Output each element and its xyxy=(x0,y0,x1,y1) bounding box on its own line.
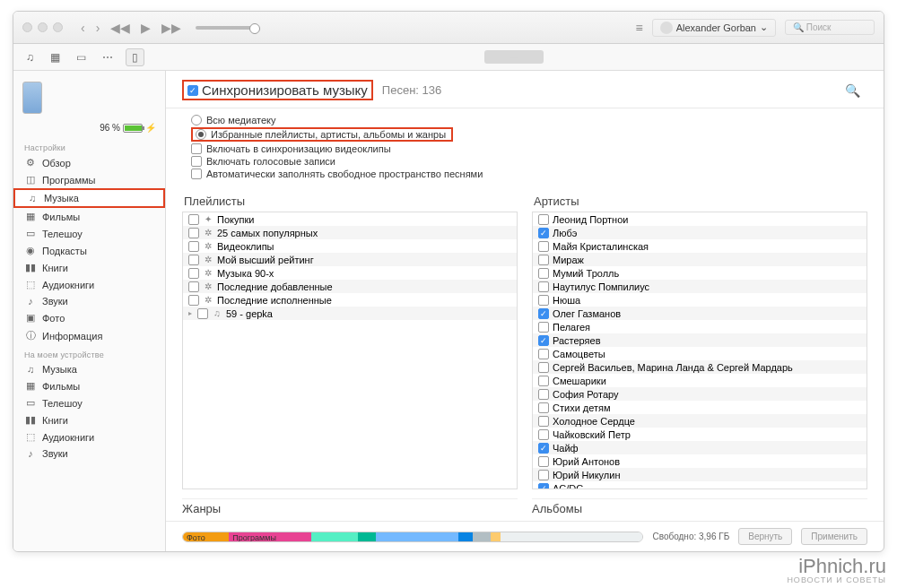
sidebar-item[interactable]: ⚙Обзор xyxy=(13,154,165,171)
playlist-row[interactable]: ✲Мой высший рейтинг xyxy=(183,253,517,266)
sidebar-item[interactable]: ▦Фильмы xyxy=(13,377,165,394)
artist-row[interactable]: Стихи детям xyxy=(533,401,867,414)
artist-checkbox[interactable] xyxy=(538,295,549,306)
radio-all-library[interactable] xyxy=(191,115,202,125)
playlist-row[interactable]: ✲25 самых популярных xyxy=(183,226,517,239)
tv-tab-icon[interactable]: ▭ xyxy=(73,49,90,65)
sidebar-item[interactable]: ⓘИнформация xyxy=(13,326,165,345)
playlist-row[interactable]: ✲Музыка 90-х xyxy=(183,266,517,280)
playlist-checkbox[interactable] xyxy=(188,255,199,265)
artist-row[interactable]: Самоцветы xyxy=(533,347,867,360)
artist-checkbox[interactable] xyxy=(538,456,549,467)
search-input[interactable]: 🔍 Поиск xyxy=(785,20,875,35)
artist-checkbox[interactable]: ✓ xyxy=(538,335,549,346)
artist-checkbox[interactable] xyxy=(538,349,549,359)
account-badge[interactable]: Alexander Gorban ⌄ xyxy=(652,19,776,37)
playlist-checkbox[interactable] xyxy=(197,308,208,319)
artist-row[interactable]: ✓Любэ xyxy=(533,226,867,239)
sidebar-item[interactable]: ♫Музыка xyxy=(13,361,165,377)
sidebar-item[interactable]: ▮▮Книги xyxy=(13,259,165,276)
playlist-row[interactable]: ✲Видеоклипы xyxy=(183,239,517,253)
artist-checkbox[interactable]: ✓ xyxy=(538,308,549,319)
playlist-row[interactable]: ✦Покупки xyxy=(183,212,517,226)
sidebar-item[interactable]: ▭Телешоу xyxy=(13,225,165,242)
next-track-icon[interactable]: ▶▶ xyxy=(160,21,183,35)
artist-checkbox[interactable]: ✓ xyxy=(538,483,549,490)
prev-track-icon[interactable]: ◀◀ xyxy=(109,21,132,35)
artist-row[interactable]: Мираж xyxy=(533,253,867,266)
music-tab-icon[interactable]: ♫ xyxy=(22,49,38,65)
artist-row[interactable]: ✓Растеряев xyxy=(533,333,867,347)
chk-voice-memos[interactable] xyxy=(191,156,202,167)
sidebar-item[interactable]: ▮▮Книги xyxy=(13,411,165,428)
playlist-row[interactable]: ✲Последние добавленные xyxy=(183,280,517,293)
artist-checkbox[interactable] xyxy=(538,255,549,265)
sidebar-item[interactable]: ◫Программы xyxy=(13,171,165,188)
sidebar-item[interactable]: ▣Фото xyxy=(13,309,165,326)
playlists-list[interactable]: ✦Покупки✲25 самых популярных✲Видеоклипы✲… xyxy=(182,212,518,489)
artist-checkbox[interactable] xyxy=(538,241,549,252)
sync-music-checkbox[interactable]: ✓ xyxy=(187,85,198,96)
artist-checkbox[interactable] xyxy=(538,268,549,279)
chk-videoclips[interactable] xyxy=(191,143,202,154)
artist-checkbox[interactable] xyxy=(538,281,549,292)
sidebar-item[interactable]: ♪Звуки xyxy=(13,293,165,309)
device-button[interactable]: ▯ xyxy=(126,48,144,66)
list-view-icon[interactable]: ≡ xyxy=(636,21,643,35)
playlist-checkbox[interactable] xyxy=(188,295,199,306)
more-tab-icon[interactable]: ⋯ xyxy=(99,49,117,65)
artist-row[interactable]: Юрий Никулин xyxy=(533,468,867,481)
device-info[interactable] xyxy=(13,78,165,123)
artist-row[interactable]: ✓AC/DC xyxy=(533,481,867,489)
artist-row[interactable]: Пелагея xyxy=(533,320,867,333)
artist-row[interactable]: Холодное Сердце xyxy=(533,414,867,428)
artist-checkbox[interactable] xyxy=(538,322,549,333)
artists-list[interactable]: Леонид Портнои✓ЛюбэМайя КристалинскаяМир… xyxy=(532,212,867,489)
sidebar-item[interactable]: ⬚Аудиокниги xyxy=(13,428,165,445)
disclosure-icon[interactable]: ▸ xyxy=(188,309,192,317)
playlist-checkbox[interactable] xyxy=(188,281,199,292)
artist-row[interactable]: Смешарики xyxy=(533,374,867,387)
artist-row[interactable]: Чайковский Петр xyxy=(533,428,867,441)
sidebar-item[interactable]: ◉Подкасты xyxy=(13,242,165,259)
back-button[interactable]: ‹ xyxy=(79,21,87,35)
sidebar-item[interactable]: ▦Фильмы xyxy=(13,208,165,225)
sidebar-item[interactable]: ⬚Аудиокниги xyxy=(13,276,165,293)
playlist-checkbox[interactable] xyxy=(188,268,199,279)
radio-selected-items[interactable] xyxy=(196,129,206,140)
forward-button[interactable]: › xyxy=(94,21,102,35)
apply-button[interactable]: Применить xyxy=(801,528,867,545)
artist-row[interactable]: Юрий Антонов xyxy=(533,454,867,468)
playlist-checkbox[interactable] xyxy=(188,214,199,225)
artist-row[interactable]: ✓Чайф xyxy=(533,441,867,454)
artist-checkbox[interactable] xyxy=(538,402,549,413)
artist-checkbox[interactable]: ✓ xyxy=(538,228,549,238)
artist-checkbox[interactable] xyxy=(538,214,549,225)
sidebar-item[interactable]: ♪Звуки xyxy=(13,445,165,462)
artist-row[interactable]: Нюша xyxy=(533,293,867,307)
playlist-checkbox[interactable] xyxy=(188,241,199,252)
artist-row[interactable]: София Ротару xyxy=(533,387,867,401)
revert-button[interactable]: Вернуть xyxy=(738,528,792,545)
sync-music-checkbox-wrap[interactable]: ✓ Синхронизировать музыку xyxy=(182,80,373,100)
movies-tab-icon[interactable]: ▦ xyxy=(47,49,64,65)
artist-row[interactable]: Мумий Тролль xyxy=(533,266,867,280)
volume-slider[interactable] xyxy=(196,26,258,30)
artist-checkbox[interactable] xyxy=(538,429,549,440)
artist-row[interactable]: Майя Кристалинская xyxy=(533,239,867,253)
filter-search-icon[interactable]: 🔍 xyxy=(845,83,867,98)
artist-row[interactable]: ✓Олег Газманов xyxy=(533,307,867,320)
artist-checkbox[interactable] xyxy=(538,362,549,373)
artist-row[interactable]: Наутилус Помпилиус xyxy=(533,280,867,293)
sidebar-item[interactable]: ▭Телешоу xyxy=(13,394,165,411)
artist-row[interactable]: Сергей Васильев, Марина Ланда & Сергей М… xyxy=(533,360,867,374)
window-controls[interactable] xyxy=(22,22,63,32)
artist-checkbox[interactable] xyxy=(538,470,549,480)
play-icon[interactable]: ▶ xyxy=(139,21,152,35)
playlist-row[interactable]: ✲Последние исполненные xyxy=(183,293,517,307)
chk-autofill[interactable] xyxy=(191,169,202,179)
artist-checkbox[interactable] xyxy=(538,376,549,386)
playlist-checkbox[interactable] xyxy=(188,228,199,238)
playlist-row[interactable]: ▸♫59 - gepka xyxy=(183,307,517,320)
artist-checkbox[interactable] xyxy=(538,389,549,400)
